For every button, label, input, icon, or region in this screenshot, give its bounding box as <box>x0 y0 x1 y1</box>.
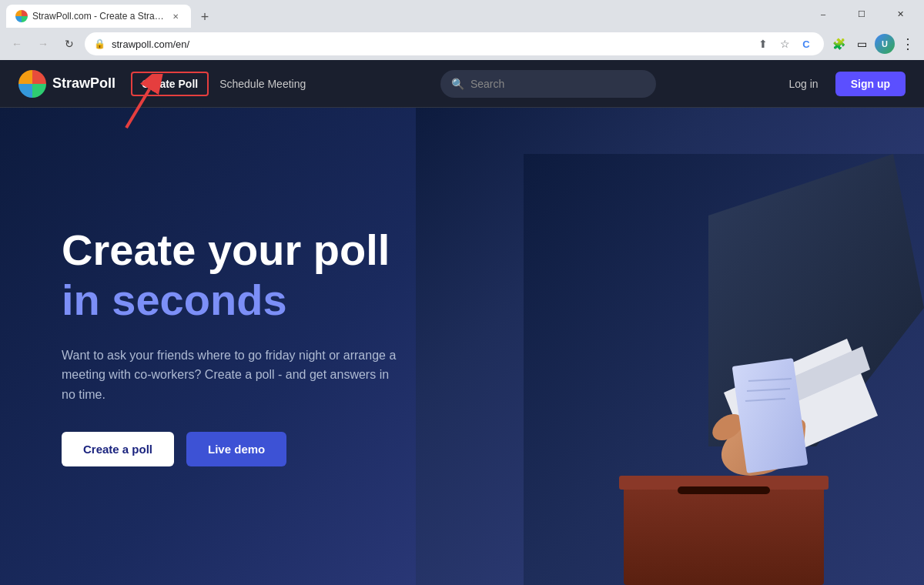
browser-menu-button[interactable]: ⋮ <box>898 32 918 55</box>
minimize-button[interactable]: – <box>805 2 841 26</box>
nav-create-poll[interactable]: Create Poll <box>131 72 209 96</box>
hero-title-blue: in seconds <box>62 276 400 324</box>
nav-actions: Log in Sign up <box>780 72 906 96</box>
nav-schedule-meeting[interactable]: Schedule Meeting <box>209 72 316 96</box>
close-button[interactable]: ✕ <box>882 2 918 26</box>
svg-rect-3 <box>624 485 824 585</box>
hero-section: Create your poll in seconds Want to ask … <box>0 108 924 585</box>
hero-image <box>416 108 924 585</box>
puzzle-icon[interactable]: 🧩 <box>829 34 849 54</box>
logo[interactable]: StrawPoll <box>18 70 116 98</box>
back-button[interactable]: ← <box>6 33 28 55</box>
extension-area: 🧩 ▭ U ⋮ <box>829 32 918 55</box>
window-controls: – ☐ ✕ <box>805 2 918 26</box>
hero-buttons: Create a poll Live demo <box>62 432 400 466</box>
tab-title: StrawPoll.com - Create a Straw P... <box>32 11 165 22</box>
tab-close-button[interactable]: ✕ <box>169 10 182 22</box>
logo-icon <box>18 70 46 98</box>
hero-title-white: Create your poll <box>62 226 400 274</box>
nav-search-area: 🔍 <box>316 70 779 98</box>
new-tab-button[interactable]: + <box>194 6 216 28</box>
website-content: StrawPoll Create Poll Schedule Meeting 🔍… <box>0 60 924 585</box>
search-box[interactable]: 🔍 <box>440 70 656 98</box>
live-demo-button[interactable]: Live demo <box>186 432 286 466</box>
browser-chrome: StrawPoll.com - Create a Straw P... ✕ + … <box>0 0 924 585</box>
svg-rect-5 <box>678 486 770 494</box>
reload-button[interactable]: ↻ <box>59 33 80 55</box>
search-input[interactable] <box>470 78 645 90</box>
lock-icon: 🔒 <box>94 38 105 49</box>
forward-button[interactable]: → <box>32 33 54 55</box>
voting-scene-svg <box>524 154 924 585</box>
active-tab[interactable]: StrawPoll.com - Create a Straw P... ✕ <box>6 5 191 28</box>
title-bar: StrawPoll.com - Create a Straw P... ✕ + … <box>0 0 924 28</box>
share-icon[interactable]: ⬆ <box>755 35 772 52</box>
create-poll-button[interactable]: Create a poll <box>62 432 174 466</box>
hero-content: Create your poll in seconds Want to ask … <box>0 226 462 467</box>
profile-avatar[interactable]: U <box>875 34 895 54</box>
tab-bar: StrawPoll.com - Create a Straw P... ✕ + <box>6 0 805 28</box>
url-text: strawpoll.com/en/ <box>112 38 748 50</box>
tab-favicon <box>15 10 28 22</box>
signup-button[interactable]: Sign up <box>835 72 906 96</box>
extension-c-icon[interactable]: C <box>798 35 815 52</box>
logo-text: StrawPoll <box>52 75 116 92</box>
sidebar-icon[interactable]: ▭ <box>852 34 872 54</box>
site-navigation: StrawPoll Create Poll Schedule Meeting 🔍… <box>0 60 924 108</box>
address-bar: ← → ↻ 🔒 strawpoll.com/en/ ⬆ ☆ C 🧩 ▭ U ⋮ <box>0 28 924 60</box>
login-button[interactable]: Log in <box>780 72 828 96</box>
search-icon: 🔍 <box>451 78 464 90</box>
url-action-icons: ⬆ ☆ C <box>755 35 815 52</box>
bookmark-icon[interactable]: ☆ <box>776 35 793 52</box>
url-bar[interactable]: 🔒 strawpoll.com/en/ ⬆ ☆ C <box>85 32 824 55</box>
maximize-button[interactable]: ☐ <box>844 2 879 26</box>
hero-description: Want to ask your friends where to go fri… <box>62 346 400 405</box>
